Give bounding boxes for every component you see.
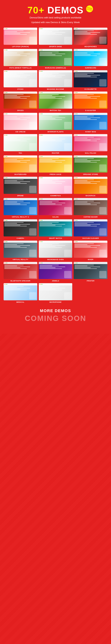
demo-thumb-0 (3, 134, 37, 151)
demo-item-label: TEA (19, 152, 22, 154)
demo-item-label: SMART WATCH (49, 237, 62, 239)
demo-item-camera[interactable]: CAMERA (3, 219, 37, 239)
demo-item-surfboard[interactable]: SURFBOARD (74, 49, 108, 69)
demo-item-coffee-maker[interactable]: COFFEE MAKER (74, 198, 108, 218)
demo-item-tea[interactable]: TEA (3, 134, 37, 154)
demo-item-microwave-oven[interactable]: MICROWAVE OVEN (39, 240, 72, 260)
coming-soon-label: COMING SOON (3, 314, 108, 323)
demo-item-label: VACCUM CLEANER (82, 237, 99, 239)
demo-item-smart-watch[interactable]: SMART WATCH (39, 219, 72, 239)
demo-item-printer[interactable]: PRINTER (74, 262, 108, 282)
page-wrapper: 70+ DEMOS FREE SKINS Demos/Skins with be… (0, 0, 111, 334)
demo-item-label: VIRTUAL REALITY (13, 259, 28, 260)
demo-item-label: ORGANIC STORE (83, 174, 98, 175)
header-subtitle2: Updated with new Demos & Skins Every Wee… (3, 20, 108, 24)
grid-row-12: MEDICAL MICROPHONE (3, 283, 108, 303)
demo-thumb-0 (3, 198, 37, 215)
demo-item-backpack[interactable]: BACKPACK (74, 177, 108, 196)
demo-count: 70+ (27, 5, 44, 15)
demo-item-interior-plants[interactable]: INTERIOR PLANTS (39, 113, 72, 133)
demo-item-handy-man[interactable]: HANDY MAN (74, 113, 108, 133)
demo-item-jewels[interactable]: JEWELS (39, 262, 72, 282)
demo-item-virtual-reality-2[interactable]: VIRTUAL REALITY 2 (3, 198, 37, 218)
demo-item-label: HEADPHONES (84, 46, 97, 48)
demo-thumb-1 (39, 262, 72, 279)
demo-item-ice-cream[interactable]: ICE CREAM (3, 113, 37, 133)
demo-item-virtual-reality[interactable]: VIRTUAL REALITY (3, 240, 37, 260)
demo-thumb-1 (39, 70, 72, 87)
demo-item-mixer[interactable]: MIXER (74, 240, 108, 260)
demo-item-drone[interactable]: DRONE (3, 177, 37, 196)
demo-thumb-2 (74, 134, 108, 151)
page-footer: MORE DEMOS COMING SOON (3, 308, 108, 326)
grid-row-0: LIP STICK (PUNCH) SPORTS SHOE (3, 28, 108, 48)
demo-thumb-0 (3, 177, 37, 194)
demo-item-medical[interactable]: MEDICAL (3, 283, 37, 303)
demo-item-label: BACKPACK (86, 195, 96, 196)
demo-item-headphones[interactable]: HEADPHONES (74, 28, 108, 48)
demo-item-salon[interactable]: SALON (39, 198, 72, 218)
grid-row-8: VIRTUAL REALITY 2 SALON (3, 198, 108, 218)
demo-thumb-0 (3, 283, 37, 300)
demo-item-label: SKATEBOARD (14, 174, 26, 175)
demo-thumb-1 (39, 198, 72, 215)
demo-item-spices[interactable]: SPICES (3, 92, 37, 111)
demo-item-label: DRONE (17, 195, 24, 196)
demo-thumb-0 (3, 113, 37, 130)
demo-item-washing-machine[interactable]: WASHING MACHINE (39, 70, 72, 90)
demo-item-label: VIRTUAL REALITY 2 (12, 216, 29, 218)
grid-row-6: SKATEBOARD FRESH JUICE (3, 156, 108, 175)
demo-item-label: JEWELS (52, 280, 59, 282)
demo-thumb-1 (39, 49, 72, 66)
grid-row-4: ICE CREAM INTERIOR PLANTS (3, 113, 108, 133)
demo-item-nail-polish[interactable]: NAIL POLISH (74, 134, 108, 154)
demo-thumb-1 (39, 113, 72, 130)
demo-title-text: DEMOS (47, 5, 84, 15)
demo-item-e-scooter[interactable]: E-SCOOTER (74, 92, 108, 111)
demo-item-zycko[interactable]: ZYCKO (3, 70, 37, 90)
demo-item-label: SALON (52, 216, 59, 218)
demo-item-bluetooth-speaker[interactable]: BLUETOOTH SPEAKER (3, 262, 37, 282)
grid-row-2: ZYCKO WASHING MACHINE (3, 70, 108, 90)
demo-item-vaccum-cleaner[interactable]: VACCUM CLEANER (74, 219, 108, 239)
demo-item-label: E-SCOOTER (85, 110, 96, 111)
grid-row-3: SPICES MATCHA TEA (3, 92, 108, 111)
header-subtitle1: Demos/Skins with best selling products w… (3, 16, 108, 20)
demo-item-marijuana-emerald[interactable]: MARIJUANA (EMERALD) (39, 49, 72, 69)
demo-item-label: LIP STICK (PUNCH) (12, 46, 29, 48)
grid-row-9: CAMERA SMART WATCH (3, 219, 108, 239)
demo-item-label: E-CIGARETTE (85, 88, 97, 90)
demo-item-label: ICE CREAM (15, 131, 25, 133)
demo-item-fresh-juice[interactable]: FRESH JUICE (39, 156, 72, 175)
demo-item-pots-wheat-tortilla[interactable]: POTS (WHEAT TORTILLA) (3, 49, 37, 69)
demo-thumb-2 (74, 49, 108, 66)
demo-thumb-2 (74, 177, 108, 194)
grid-row-5: TEA ROUTER (3, 134, 108, 154)
demo-thumb-1 (39, 240, 72, 258)
demo-thumb-0 (3, 92, 37, 109)
demo-item-skateboard[interactable]: SKATEBOARD (3, 156, 37, 175)
demo-thumb-2 (74, 113, 108, 130)
demo-item-label: MIXER (88, 259, 93, 260)
demo-thumb-1 (39, 92, 72, 109)
grid-row-11: BLUETOOTH SPEAKER JEWELS (3, 262, 108, 282)
demo-item-label: NAIL POLISH (85, 152, 96, 154)
demo-item-label: FRESH JUICE (50, 174, 61, 175)
demo-item-lip-stick-punch[interactable]: LIP STICK (PUNCH) (3, 28, 37, 48)
demo-item-sports-shoe[interactable]: SPORTS SHOE (39, 28, 72, 48)
demo-item-organic-store[interactable]: ORGANIC STORE (74, 156, 108, 175)
demo-item-router[interactable]: ROUTER (39, 134, 72, 154)
demo-item-matcha-tea[interactable]: MATCHA TEA (39, 92, 72, 111)
demo-thumb-1 (39, 219, 72, 236)
demo-item-label: POTS (WHEAT TORTILLA) (9, 67, 31, 69)
demo-thumb-2 (74, 70, 108, 87)
demo-item-label: MICROWAVE OVEN (47, 259, 64, 260)
demo-thumb-0 (3, 240, 37, 258)
demo-item-e-cigarette[interactable]: E-CIGARETTE (74, 70, 108, 90)
demo-item-cosmetics[interactable]: COSMETICS (39, 177, 72, 196)
demo-item-microphone[interactable]: MICROPHONE (39, 283, 72, 303)
demo-thumb-1 (39, 283, 72, 300)
demo-item-label: SPICES (17, 110, 24, 111)
demo-thumb-2 (74, 28, 108, 45)
demo-item-label: CAMERA (16, 237, 24, 239)
